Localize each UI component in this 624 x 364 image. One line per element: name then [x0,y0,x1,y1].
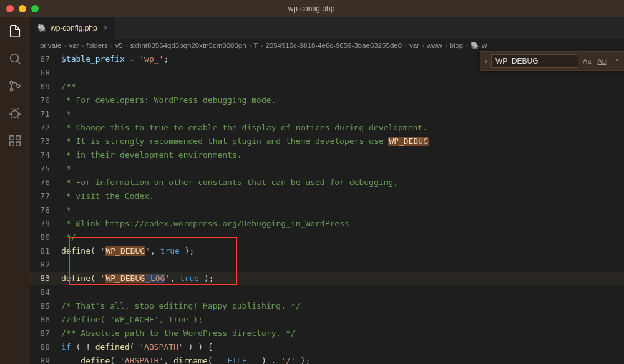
explorer-icon[interactable] [7,24,22,39]
svg-line-1 [17,61,21,64]
expand-replace-icon[interactable]: › [484,58,489,65]
window-controls [6,5,39,12]
tab-label: wp-config.php [51,24,97,32]
svg-point-2 [10,81,13,84]
find-widget: › Aa Ab| .* [480,51,624,71]
search-icon[interactable] [7,51,22,66]
debug-icon[interactable] [7,106,22,121]
activity-bar [0,17,30,364]
tab-wp-config[interactable]: 🐘 wp-config.php × [30,17,116,39]
match-case-toggle[interactable]: Aa [581,56,593,66]
svg-rect-9 [16,142,20,146]
breadcrumb[interactable]: private› var› folders› v5› sxhnt80564qd3… [30,39,624,52]
tab-bar: 🐘 wp-config.php × [30,17,624,39]
svg-point-0 [11,54,19,62]
svg-rect-7 [16,136,20,140]
title-bar: wp-config.php [0,0,624,17]
svg-point-4 [17,85,20,88]
svg-rect-6 [10,136,14,140]
php-file-icon: 🐘 [37,24,47,32]
window-title: wp-config.php [39,4,584,13]
svg-rect-8 [10,142,14,146]
extensions-icon[interactable] [7,133,22,148]
editor-pane[interactable]: 67$table_prefix = 'wp_'; 68 69/** 70 * F… [30,52,624,364]
find-input[interactable] [491,54,578,68]
close-tab-icon[interactable]: × [104,24,108,32]
php-file-icon: 🐘 [470,41,479,50]
close-window-button[interactable] [6,5,14,12]
minimize-window-button[interactable] [19,5,26,12]
source-control-icon[interactable] [7,79,22,93]
svg-point-3 [10,88,13,91]
regex-toggle[interactable]: .* [612,56,620,66]
maximize-window-button[interactable] [31,5,39,12]
whole-word-toggle[interactable]: Ab| [595,56,609,66]
svg-point-5 [12,110,19,117]
